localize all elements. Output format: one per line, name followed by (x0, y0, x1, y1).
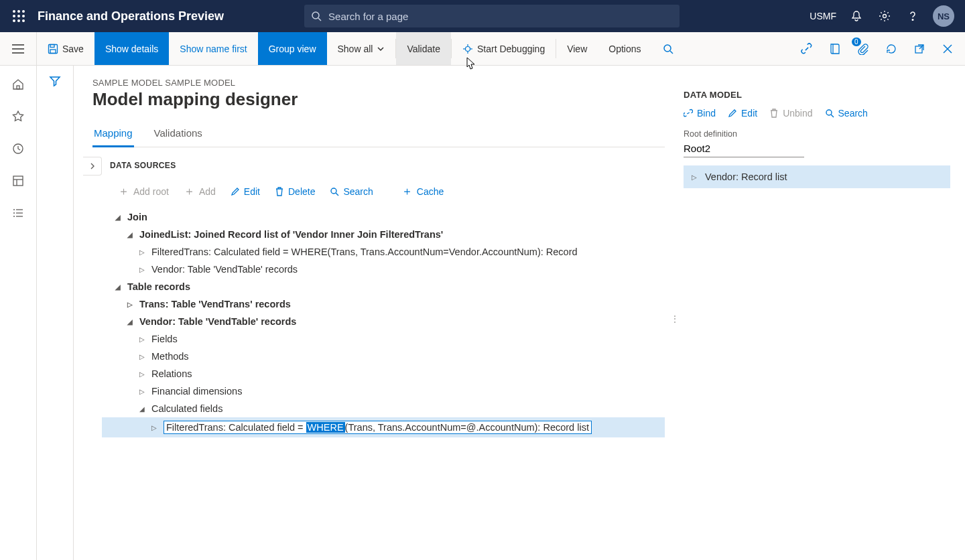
svg-rect-18 (50, 50, 56, 54)
svg-point-19 (465, 46, 470, 51)
save-icon (48, 44, 58, 54)
modules-icon[interactable] (10, 205, 26, 221)
workspace-icon[interactable] (10, 173, 26, 189)
tree-filteredtrans[interactable]: ▷FilteredTrans: Calculated field = WHERE… (102, 243, 665, 261)
tree-table-records[interactable]: ◢Table records (102, 278, 665, 295)
save-button[interactable]: Save (37, 32, 94, 65)
svg-point-8 (22, 19, 25, 22)
unbind-button: Unbind (769, 108, 812, 119)
svg-point-12 (912, 19, 913, 21)
tab-validations[interactable]: Validations (153, 122, 204, 147)
show-all-dropdown[interactable]: Show all (327, 32, 396, 65)
search-icon (311, 11, 322, 21)
tree-calculated-fields[interactable]: ◢Calculated fields (102, 400, 665, 417)
hamburger-icon[interactable] (0, 32, 37, 65)
dm-search-button[interactable]: Search (825, 108, 868, 119)
filter-icon[interactable] (49, 75, 61, 560)
app-title: Finance and Operations Preview (38, 9, 224, 23)
root-definition-input[interactable] (684, 140, 804, 157)
refresh-icon[interactable] (882, 40, 901, 58)
tree-filteredtrans-selected[interactable]: ▷ FilteredTrans: Calculated field = WHER… (102, 417, 665, 437)
tree-joinedlist[interactable]: ◢JoinedList: Joined Record list of 'Vend… (102, 226, 665, 243)
svg-point-6 (13, 19, 15, 22)
link-icon[interactable] (797, 40, 816, 58)
options-menu[interactable]: Options (598, 32, 651, 65)
chevron-down-icon (377, 45, 385, 53)
book-icon[interactable] (826, 40, 844, 58)
help-icon[interactable] (905, 8, 921, 24)
bind-button[interactable]: Bind (684, 108, 716, 119)
group-view-button[interactable]: Group view (258, 32, 327, 65)
global-search[interactable]: Search for a page (304, 5, 680, 27)
svg-point-41 (331, 188, 336, 194)
svg-point-5 (22, 15, 25, 17)
tree-trans[interactable]: ▷Trans: Table 'VendTrans' records (102, 295, 665, 313)
actionbar-search[interactable] (652, 32, 684, 65)
svg-point-11 (883, 15, 887, 18)
attachments-icon[interactable]: 0 (854, 40, 873, 58)
home-icon[interactable] (10, 76, 26, 92)
show-name-first-button[interactable]: Show name first (169, 32, 257, 65)
validate-button[interactable]: Validate (396, 32, 451, 65)
svg-point-3 (13, 15, 15, 17)
page-title: Model mapping designer (92, 89, 665, 110)
show-details-button[interactable]: Show details (94, 32, 169, 65)
dm-vendor-node[interactable]: ▷ Vendor: Record list (684, 165, 950, 188)
data-sources-title: DATA SOURCES (110, 161, 176, 170)
svg-point-24 (664, 45, 671, 52)
tab-mapping[interactable]: Mapping (92, 122, 134, 147)
add-root-button: ＋Add root (118, 184, 169, 199)
svg-line-44 (831, 115, 834, 117)
svg-rect-32 (13, 176, 23, 186)
svg-point-9 (312, 12, 319, 19)
expand-datasource-types[interactable] (83, 157, 102, 176)
svg-rect-30 (17, 86, 19, 89)
company-picker[interactable]: USMF (810, 11, 836, 21)
cache-button[interactable]: ＋Cache (401, 184, 444, 199)
debug-icon (462, 44, 473, 54)
recent-icon[interactable] (10, 141, 26, 157)
svg-point-2 (22, 10, 25, 13)
tree-relations[interactable]: ▷Relations (102, 365, 665, 382)
star-icon[interactable] (10, 109, 26, 125)
breadcrumb: SAMPLE MODEL SAMPLE MODEL (92, 78, 665, 88)
avatar[interactable]: NS (933, 5, 954, 27)
tree-methods[interactable]: ▷Methods (102, 348, 665, 365)
tree-vendor[interactable]: ◢Vendor: Table 'VendTable' records (102, 313, 665, 330)
ds-search-button[interactable]: Search (330, 184, 373, 199)
root-definition-label: Root definition (684, 129, 950, 139)
edit-button[interactable]: Edit (231, 184, 260, 199)
add-button: ＋Add (184, 184, 216, 199)
tree-fields[interactable]: ▷Fields (102, 330, 665, 348)
svg-point-1 (17, 10, 20, 13)
search-placeholder: Search for a page (328, 11, 408, 22)
dm-edit-button[interactable]: Edit (728, 108, 757, 119)
notifications-icon[interactable] (848, 8, 864, 24)
data-model-title: DATA MODEL (684, 90, 950, 100)
popout-icon[interactable] (910, 40, 929, 58)
tree-vendor-joined[interactable]: ▷Vendor: Table 'VendTable' records (102, 261, 665, 278)
svg-rect-17 (50, 44, 54, 47)
tree-join[interactable]: ◢Join (102, 208, 665, 226)
svg-point-4 (17, 15, 20, 17)
svg-point-0 (13, 10, 15, 13)
start-debugging-button[interactable]: Start Debugging (452, 32, 556, 65)
close-icon[interactable] (938, 40, 957, 58)
svg-point-7 (17, 19, 20, 22)
svg-line-10 (318, 18, 321, 21)
tree-financial-dimensions[interactable]: ▷Financial dimensions (102, 382, 665, 400)
svg-line-25 (670, 51, 673, 54)
waffle-menu[interactable] (5, 0, 32, 32)
svg-point-43 (826, 110, 832, 115)
gear-icon[interactable] (877, 8, 893, 24)
view-menu[interactable]: View (556, 32, 598, 65)
delete-button[interactable]: Delete (275, 184, 315, 199)
svg-line-42 (336, 193, 338, 196)
